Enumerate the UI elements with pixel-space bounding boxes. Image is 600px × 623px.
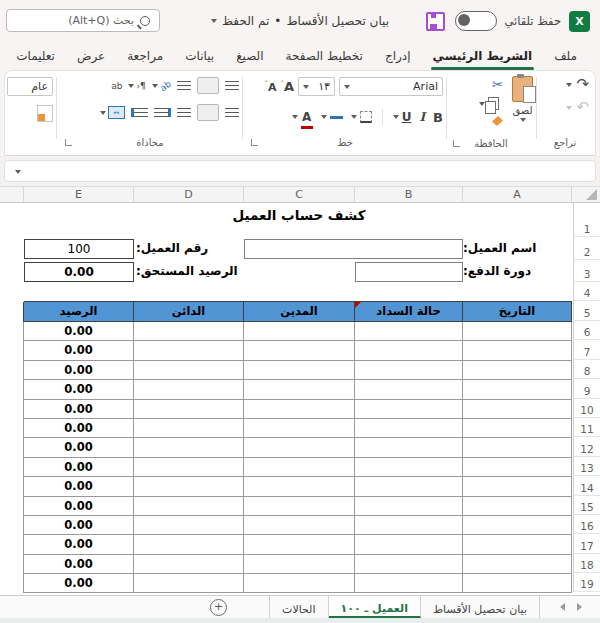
customer-no-value[interactable]: 100: [24, 239, 134, 259]
balance-due-value[interactable]: 0.00: [24, 262, 134, 282]
cell-status[interactable]: [354, 400, 462, 419]
ribbon-tab[interactable]: بيانات: [174, 44, 225, 70]
cell-status[interactable]: [354, 516, 462, 535]
cell-credit[interactable]: [133, 361, 243, 380]
text-direction-button[interactable]: ¶‹: [128, 81, 145, 91]
number-format-combo[interactable]: عام: [7, 77, 53, 96]
cell-status[interactable]: [354, 574, 462, 593]
decrease-indent-icon[interactable]: [131, 108, 148, 117]
cell-debit[interactable]: [243, 380, 354, 399]
header-credit[interactable]: الدائن: [133, 302, 243, 322]
cell-debit[interactable]: [243, 458, 354, 477]
row-header[interactable]: 17: [573, 534, 600, 553]
cell-status[interactable]: [354, 322, 462, 341]
align-right-icon[interactable]: [225, 108, 239, 117]
cell-debit[interactable]: [243, 477, 354, 496]
align-bottom-icon[interactable]: [177, 81, 191, 90]
row-header[interactable]: 5: [573, 301, 600, 321]
format-painter-icon[interactable]: [492, 116, 503, 126]
cell-balance[interactable]: 0.00: [23, 458, 133, 477]
cell-date[interactable]: [462, 477, 571, 496]
increase-indent-icon[interactable]: [154, 108, 171, 117]
ribbon-tab[interactable]: تعليمات: [5, 44, 66, 70]
cell-debit[interactable]: [243, 438, 354, 457]
italic-button[interactable]: I: [419, 111, 425, 123]
header-debit[interactable]: المدين: [243, 302, 354, 322]
redo-chevron-icon[interactable]: [566, 83, 572, 87]
cell-date[interactable]: [462, 535, 571, 554]
borders-button[interactable]: [351, 111, 372, 123]
underline-button[interactable]: U: [393, 111, 412, 123]
fill-color-button[interactable]: [321, 115, 343, 119]
align-left-icon[interactable]: [177, 108, 191, 117]
cell-status[interactable]: [354, 341, 462, 360]
cell-status[interactable]: [354, 458, 462, 477]
align-center-icon[interactable]: [197, 104, 219, 121]
cell-credit[interactable]: [133, 400, 243, 419]
cell-debit[interactable]: [243, 322, 354, 341]
ribbon-tab[interactable]: عرض: [66, 44, 116, 70]
cell-status[interactable]: [354, 438, 462, 457]
font-size-combo[interactable]: ١٣: [298, 77, 335, 96]
cell-credit[interactable]: [133, 380, 243, 399]
ribbon-tab[interactable]: الصيغ: [225, 44, 274, 70]
formula-bar-expand-icon[interactable]: [15, 170, 21, 174]
cell-status[interactable]: [354, 419, 462, 438]
cell-status[interactable]: [354, 497, 462, 516]
cell-credit[interactable]: [133, 535, 243, 554]
wrap-text-icon[interactable]: ab: [111, 81, 122, 91]
row-header[interactable]: 9: [573, 379, 600, 398]
alignment-dialog-launcher-icon[interactable]: [65, 139, 72, 146]
sheet-nav-right-icon[interactable]: [577, 603, 582, 611]
cell-date[interactable]: [462, 555, 571, 574]
cell-date[interactable]: [462, 322, 571, 341]
cell-balance[interactable]: 0.00: [23, 438, 133, 457]
cell-credit[interactable]: [133, 497, 243, 516]
ribbon-tab[interactable]: مراجعة: [116, 44, 174, 70]
header-date[interactable]: التاريخ: [462, 302, 571, 322]
column-header[interactable]: A: [463, 187, 572, 202]
align-top-icon[interactable]: [225, 81, 239, 90]
ribbon-tab[interactable]: إدراج: [374, 44, 422, 70]
column-header[interactable]: E: [24, 187, 134, 202]
cell-status[interactable]: [354, 477, 462, 496]
column-header[interactable]: C: [244, 187, 355, 202]
customer-name-input[interactable]: [244, 239, 463, 259]
cell-credit[interactable]: [133, 438, 243, 457]
align-middle-icon[interactable]: [197, 77, 219, 94]
sheet-nav-left-icon[interactable]: [560, 603, 565, 611]
cell-credit[interactable]: [133, 516, 243, 535]
row-header[interactable]: 19: [573, 573, 600, 592]
search-input[interactable]: بحث (Alt+Q): [6, 9, 160, 32]
merge-center-button[interactable]: ↔: [100, 106, 125, 119]
cell-date[interactable]: [462, 400, 571, 419]
clipboard-dialog-launcher-icon[interactable]: [453, 140, 460, 147]
column-header[interactable]: B: [355, 187, 463, 202]
row-header[interactable]: 14: [573, 476, 600, 495]
add-sheet-button[interactable]: +: [210, 599, 227, 616]
row-header[interactable]: 7: [573, 340, 600, 359]
cell-credit[interactable]: [133, 555, 243, 574]
cell-status[interactable]: [354, 535, 462, 554]
sheet-tab[interactable]: بيان تحصيل الأقساط: [421, 596, 540, 618]
cell-credit[interactable]: [133, 574, 243, 593]
ribbon-tab[interactable]: تخطيط الصفحة: [275, 44, 374, 70]
row-header[interactable]: 16: [573, 515, 600, 534]
cell-debit[interactable]: [243, 574, 354, 593]
cell-date[interactable]: [462, 361, 571, 380]
cell-debit[interactable]: [243, 555, 354, 574]
cell-balance[interactable]: 0.00: [23, 477, 133, 496]
cell-balance[interactable]: 0.00: [23, 535, 133, 554]
row-header[interactable]: 13: [573, 457, 600, 476]
bold-button[interactable]: B: [433, 111, 443, 124]
cell-debit[interactable]: [243, 497, 354, 516]
font-dialog-launcher-icon[interactable]: [251, 139, 258, 146]
cell-date[interactable]: [462, 516, 571, 535]
column-header[interactable]: D: [134, 187, 244, 202]
row-header[interactable]: 3: [573, 260, 600, 282]
undo-icon[interactable]: ↶: [576, 100, 589, 115]
sheet-tab[interactable]: الحالات: [269, 596, 329, 618]
font-color-button[interactable]: A: [292, 106, 313, 129]
cell-balance[interactable]: 0.00: [23, 497, 133, 516]
pay-cycle-input[interactable]: [355, 262, 463, 282]
